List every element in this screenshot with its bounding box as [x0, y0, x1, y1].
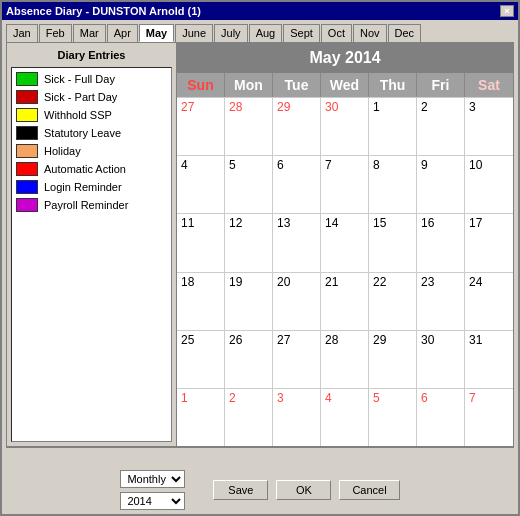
month-tab-mar[interactable]: Mar — [73, 24, 106, 42]
year-select[interactable]: 201320142015 — [120, 492, 185, 510]
legend-color-box — [16, 198, 38, 212]
calendar-panel: May 2014 SunMonTueWedThuFriSat 272829301… — [177, 43, 513, 446]
day-header-fri: Fri — [417, 73, 465, 97]
left-panel: Diary Entries Sick - Full DaySick - Part… — [7, 43, 177, 446]
month-tab-nov[interactable]: Nov — [353, 24, 387, 42]
dropdowns: MonthlyWeeklyDaily 201320142015 — [120, 470, 185, 510]
week-row: 11121314151617 — [177, 213, 513, 271]
weeks: 2728293012345678910111213141516171819202… — [177, 97, 513, 446]
month-tab-july[interactable]: July — [214, 24, 248, 42]
month-tab-may[interactable]: May — [139, 24, 174, 42]
legend-label: Sick - Full Day — [44, 73, 115, 85]
day-cell[interactable]: 13 — [273, 214, 321, 271]
legend-item: Sick - Part Day — [16, 90, 167, 104]
day-cell[interactable]: 21 — [321, 273, 369, 330]
week-row: 25262728293031 — [177, 330, 513, 388]
day-cell[interactable]: 26 — [225, 331, 273, 388]
day-cell[interactable]: 1 — [369, 98, 417, 155]
ok-button[interactable]: OK — [276, 480, 331, 500]
legend-color-box — [16, 126, 38, 140]
legend-label: Withhold SSP — [44, 109, 112, 121]
legend-item: Payroll Reminder — [16, 198, 167, 212]
day-cell[interactable]: 19 — [225, 273, 273, 330]
day-cell[interactable]: 9 — [417, 156, 465, 213]
day-cell[interactable]: 4 — [321, 389, 369, 446]
close-button[interactable]: × — [500, 5, 514, 17]
day-header-thu: Thu — [369, 73, 417, 97]
save-button[interactable]: Save — [213, 480, 268, 500]
day-cell[interactable]: 7 — [321, 156, 369, 213]
day-cell[interactable]: 10 — [465, 156, 513, 213]
day-cell[interactable]: 2 — [417, 98, 465, 155]
day-cell[interactable]: 5 — [369, 389, 417, 446]
day-cell[interactable]: 11 — [177, 214, 225, 271]
day-cell[interactable]: 22 — [369, 273, 417, 330]
legend-label: Login Reminder — [44, 181, 122, 193]
day-cell[interactable]: 3 — [273, 389, 321, 446]
day-cell[interactable]: 15 — [369, 214, 417, 271]
day-cell[interactable]: 23 — [417, 273, 465, 330]
cancel-button[interactable]: Cancel — [339, 480, 399, 500]
legend-label: Automatic Action — [44, 163, 126, 175]
title-bar: Absence Diary - DUNSTON Arnold (1) × — [2, 2, 518, 20]
day-cell[interactable]: 2 — [225, 389, 273, 446]
week-row: 1234567 — [177, 388, 513, 446]
month-tab-aug[interactable]: Aug — [249, 24, 283, 42]
main-window: Absence Diary - DUNSTON Arnold (1) × Jan… — [0, 0, 520, 516]
day-cell[interactable]: 24 — [465, 273, 513, 330]
day-cell[interactable]: 12 — [225, 214, 273, 271]
day-cell[interactable]: 28 — [225, 98, 273, 155]
day-cell[interactable]: 20 — [273, 273, 321, 330]
legend-color-box — [16, 108, 38, 122]
day-cell[interactable]: 25 — [177, 331, 225, 388]
day-cell[interactable]: 29 — [273, 98, 321, 155]
month-tab-apr[interactable]: Apr — [107, 24, 138, 42]
bottom-controls: MonthlyWeeklyDaily 201320142015 Save OK … — [6, 466, 514, 514]
day-cell[interactable]: 29 — [369, 331, 417, 388]
legend-scroll: Sick - Full DaySick - Part DayWithhold S… — [11, 67, 172, 442]
day-cell[interactable]: 4 — [177, 156, 225, 213]
legend-label: Statutory Leave — [44, 127, 121, 139]
day-cell[interactable]: 1 — [177, 389, 225, 446]
day-cell[interactable]: 31 — [465, 331, 513, 388]
month-tab-june[interactable]: June — [175, 24, 213, 42]
day-cell[interactable]: 30 — [417, 331, 465, 388]
legend-item: Login Reminder — [16, 180, 167, 194]
diary-title: Diary Entries — [11, 47, 172, 63]
legend-item: Sick - Full Day — [16, 72, 167, 86]
day-cell[interactable]: 6 — [417, 389, 465, 446]
day-cell[interactable]: 30 — [321, 98, 369, 155]
month-tab-dec[interactable]: Dec — [388, 24, 422, 42]
legend-label: Holiday — [44, 145, 81, 157]
month-tab-sept[interactable]: Sept — [283, 24, 320, 42]
day-cell[interactable]: 8 — [369, 156, 417, 213]
legend-color-box — [16, 72, 38, 86]
legend-color-box — [16, 144, 38, 158]
day-cell[interactable]: 7 — [465, 389, 513, 446]
day-cell[interactable]: 16 — [417, 214, 465, 271]
week-row: 45678910 — [177, 155, 513, 213]
day-cell[interactable]: 6 — [273, 156, 321, 213]
day-cell[interactable]: 5 — [225, 156, 273, 213]
calendar-grid: SunMonTueWedThuFriSat 272829301234567891… — [177, 73, 513, 446]
day-header-mon: Mon — [225, 73, 273, 97]
day-header-tue: Tue — [273, 73, 321, 97]
day-cell[interactable]: 27 — [177, 98, 225, 155]
day-cell[interactable]: 27 — [273, 331, 321, 388]
day-cell[interactable]: 17 — [465, 214, 513, 271]
day-cell[interactable]: 18 — [177, 273, 225, 330]
day-cell[interactable]: 14 — [321, 214, 369, 271]
legend-item: Withhold SSP — [16, 108, 167, 122]
legend-color-box — [16, 90, 38, 104]
legend-item: Automatic Action — [16, 162, 167, 176]
day-header-wed: Wed — [321, 73, 369, 97]
calendar-title: May 2014 — [177, 43, 513, 73]
legend-item: Statutory Leave — [16, 126, 167, 140]
month-tab-jan[interactable]: Jan — [6, 24, 38, 42]
month-tab-oct[interactable]: Oct — [321, 24, 352, 42]
day-header-sat: Sat — [465, 73, 513, 97]
day-cell[interactable]: 3 — [465, 98, 513, 155]
view-select[interactable]: MonthlyWeeklyDaily — [120, 470, 185, 488]
month-tab-feb[interactable]: Feb — [39, 24, 72, 42]
day-cell[interactable]: 28 — [321, 331, 369, 388]
